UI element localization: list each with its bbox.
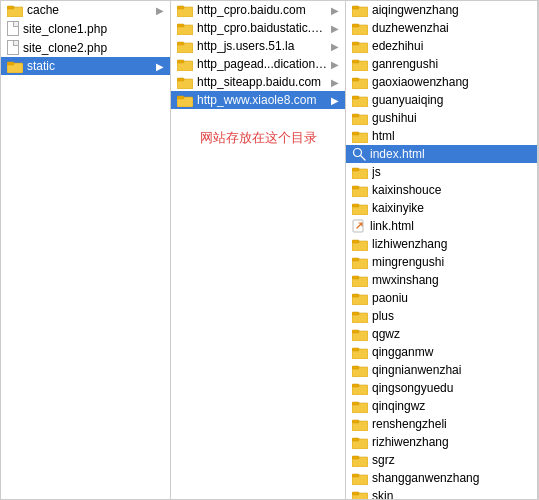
item-label: site_clone1.php	[23, 22, 164, 36]
expand-arrow: ▶	[331, 23, 339, 34]
left-item-static[interactable]: static▶	[1, 57, 170, 75]
folder-icon	[177, 4, 193, 17]
mid-item-cpro_baidu[interactable]: http_cpro.baidu.com▶	[171, 1, 345, 19]
right-item-skin[interactable]: skin	[346, 487, 537, 499]
folder-icon	[352, 112, 368, 125]
expand-arrow: ▶	[331, 59, 339, 70]
item-label: qinqingwz	[372, 399, 531, 413]
right-item-kaixinshouce[interactable]: kaixinshouce	[346, 181, 537, 199]
svg-rect-66	[352, 456, 359, 459]
right-item-qingganmw[interactable]: qingganmw	[346, 343, 537, 361]
left-item-site_clone1[interactable]: site_clone1.php	[1, 19, 170, 38]
link-icon	[352, 219, 366, 233]
mid-item-cpro_baidustatic[interactable]: http_cpro.baidustatic.com▶	[171, 19, 345, 37]
left-item-cache[interactable]: cache▶	[1, 1, 170, 19]
item-label: duzhewenzhai	[372, 21, 531, 35]
mid-item-js_users_51[interactable]: http_js.users.51.la▶	[171, 37, 345, 55]
item-label: gushihui	[372, 111, 531, 125]
svg-rect-62	[352, 420, 359, 423]
item-label: html	[372, 129, 531, 143]
expand-arrow: ▶	[156, 61, 164, 72]
folder-icon	[352, 418, 368, 431]
folder-icon	[352, 346, 368, 359]
right-item-qingnianwenzhai[interactable]: qingnianwenzhai	[346, 361, 537, 379]
right-item-sgrz[interactable]: sgrz	[346, 451, 537, 469]
right-item-index_html[interactable]: index.html	[346, 145, 537, 163]
folder-icon	[352, 382, 368, 395]
item-label: http_pagead...dication.com	[197, 57, 329, 71]
right-item-js[interactable]: js	[346, 163, 537, 181]
right-item-aiqingwenzhang[interactable]: aiqingwenzhang	[346, 1, 537, 19]
expand-arrow: ▶	[331, 41, 339, 52]
right-item-plus[interactable]: plus	[346, 307, 537, 325]
svg-rect-35	[352, 168, 359, 171]
svg-rect-17	[352, 6, 359, 9]
right-item-qingsongyuedu[interactable]: qingsongyuedu	[346, 379, 537, 397]
folder-icon	[177, 94, 193, 107]
svg-rect-58	[352, 384, 359, 387]
svg-rect-39	[352, 204, 359, 207]
folder-icon	[352, 400, 368, 413]
svg-rect-1	[7, 6, 14, 9]
folder-icon	[352, 184, 368, 197]
item-label: index.html	[370, 147, 531, 161]
item-label: skin	[372, 489, 531, 499]
item-label: mwxinshang	[372, 273, 531, 287]
right-item-duzhewenzhai[interactable]: duzhewenzhai	[346, 19, 537, 37]
svg-rect-3	[7, 62, 14, 65]
right-item-gaoxiaowenzhang[interactable]: gaoxiaowenzhang	[346, 73, 537, 91]
folder-icon	[352, 130, 368, 143]
right-item-paoniu[interactable]: paoniu	[346, 289, 537, 307]
file-icon	[7, 21, 19, 36]
svg-rect-54	[352, 348, 359, 351]
folder-icon	[352, 256, 368, 269]
right-column: aiqingwenzhang duzhewenzhai edezhihui ga…	[346, 1, 538, 499]
item-label: site_clone2.php	[23, 41, 164, 55]
right-item-shangganwenzhang[interactable]: shangganwenzhang	[346, 469, 537, 487]
right-item-edezhihui[interactable]: edezhihui	[346, 37, 537, 55]
folder-icon	[352, 40, 368, 53]
item-label: gaoxiaowenzhang	[372, 75, 531, 89]
right-item-rizhiwenzhang[interactable]: rizhiwenzhang	[346, 433, 537, 451]
expand-arrow: ▶	[331, 77, 339, 88]
right-item-html[interactable]: html	[346, 127, 537, 145]
item-label: qgwz	[372, 327, 531, 341]
item-label: renshengzheli	[372, 417, 531, 431]
left-column: cache▶site_clone1.phpsite_clone2.php sta…	[1, 1, 171, 499]
folder-icon	[352, 58, 368, 71]
folder-icon	[177, 22, 193, 35]
item-label: paoniu	[372, 291, 531, 305]
right-item-renshengzheli[interactable]: renshengzheli	[346, 415, 537, 433]
item-label: shangganwenzhang	[372, 471, 531, 485]
right-item-qinqingwz[interactable]: qinqingwz	[346, 397, 537, 415]
svg-rect-31	[352, 132, 359, 135]
left-item-site_clone2[interactable]: site_clone2.php	[1, 38, 170, 57]
right-item-mwxinshang[interactable]: mwxinshang	[346, 271, 537, 289]
right-item-gushihui[interactable]: gushihui	[346, 109, 537, 127]
item-label: rizhiwenzhang	[372, 435, 531, 449]
right-item-ganrengushi[interactable]: ganrengushi	[346, 55, 537, 73]
right-item-guanyuaiqing[interactable]: guanyuaiqing	[346, 91, 537, 109]
item-label: guanyuaiqing	[372, 93, 531, 107]
svg-rect-70	[352, 492, 359, 495]
right-item-qgwz[interactable]: qgwz	[346, 325, 537, 343]
item-label: http_cpro.baidustatic.com	[197, 21, 329, 35]
mid-item-siteapp_baidu[interactable]: http_siteapp.baidu.com▶	[171, 73, 345, 91]
folder-icon	[352, 94, 368, 107]
svg-rect-44	[352, 258, 359, 261]
mid-item-pagead[interactable]: http_pagead...dication.com▶	[171, 55, 345, 73]
right-item-mingrengushi[interactable]: mingrengushi	[346, 253, 537, 271]
item-label: sgrz	[372, 453, 531, 467]
svg-rect-56	[352, 366, 359, 369]
folder-icon	[352, 364, 368, 377]
right-item-link_html[interactable]: link.html	[346, 217, 537, 235]
right-item-kaixinyike[interactable]: kaixinyike	[346, 199, 537, 217]
svg-rect-48	[352, 294, 359, 297]
right-item-lizhiwenzhang[interactable]: lizhiwenzhang	[346, 235, 537, 253]
svg-rect-60	[352, 402, 359, 405]
svg-rect-11	[177, 60, 184, 63]
folder-icon	[352, 76, 368, 89]
mid-item-www_xiaole8[interactable]: http_www.xiaole8.com▶	[171, 91, 345, 109]
svg-rect-19	[352, 24, 359, 27]
svg-rect-68	[352, 474, 359, 477]
